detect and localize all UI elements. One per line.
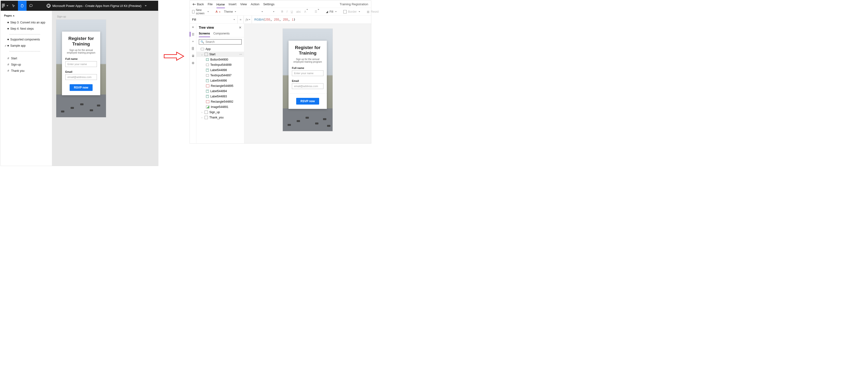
theme-icon: A: [216, 10, 218, 13]
page-sample-app[interactable]: Sample app: [3, 42, 50, 49]
screen-icon: [205, 116, 208, 119]
frame-label[interactable]: Sign-up: [57, 15, 154, 18]
fx-button[interactable]: ƒx: [244, 16, 252, 24]
label-icon: [206, 95, 209, 98]
tree-search[interactable]: 🔍: [199, 39, 242, 44]
fullname-input[interactable]: Enter your name: [292, 70, 323, 76]
menu-file[interactable]: File: [208, 2, 213, 6]
tree-item[interactable]: Rectangle544895: [196, 83, 244, 89]
fill-icon: ◢: [326, 10, 328, 13]
pa-ribbon: New screen Aa Theme B I U abc A ☰ ◢Fill …: [190, 8, 371, 16]
rsvp-button[interactable]: RSVP now: [296, 98, 319, 104]
fill-button[interactable]: ◢Fill: [326, 10, 336, 13]
property-dropdown[interactable]: Fill: [190, 16, 238, 24]
back-button[interactable]: Back: [193, 2, 204, 6]
font-dropdown[interactable]: [243, 11, 263, 12]
theme-button[interactable]: Aa Theme: [216, 10, 236, 13]
new-screen-button[interactable]: New screen: [192, 8, 209, 15]
border-button[interactable]: Border: [343, 10, 360, 13]
rsvp-button[interactable]: RSVP now: [70, 84, 93, 91]
font-color-button[interactable]: A: [304, 10, 308, 13]
figma-pages-panel: Pages Step 3: Convert into an app Step 4…: [1, 11, 52, 166]
underline-button[interactable]: U: [291, 10, 293, 13]
label-icon: [206, 90, 209, 93]
tree-item[interactable]: Label544893: [196, 94, 244, 99]
strike-button[interactable]: abc: [296, 10, 301, 13]
form-subtitle: Sign up for the annual employee training…: [292, 58, 323, 63]
chevron-down-icon: [6, 5, 8, 6]
italic-button[interactable]: I: [286, 10, 287, 13]
email-input[interactable]: email@address.com: [292, 83, 323, 89]
tree-item[interactable]: Image544891: [196, 104, 244, 110]
menu-action[interactable]: Action: [251, 2, 259, 6]
page-supported[interactable]: Supported components: [3, 36, 50, 42]
menu-view[interactable]: View: [240, 2, 247, 6]
screen-icon: [205, 111, 208, 114]
form-subtitle: Sign up for the annual employee training…: [65, 49, 97, 54]
media-icon[interactable]: 🖥: [191, 54, 195, 58]
insert-icon[interactable]: ＋: [191, 39, 195, 43]
page-step4[interactable]: Step 4: Next steps: [3, 26, 50, 32]
frame-signup[interactable]: #Sign-up: [3, 61, 50, 68]
tree-screen-start[interactable]: ⌄Start⋯: [196, 52, 244, 57]
tree-item[interactable]: TextInput544897: [196, 73, 244, 78]
formula-input[interactable]: RGBA(255, 255, 255, 1): [252, 16, 371, 24]
email-input[interactable]: email@address.com: [65, 74, 97, 80]
bold-button[interactable]: B: [281, 10, 283, 13]
rectangle-icon: [206, 100, 209, 103]
fullname-label: Full name: [292, 66, 323, 69]
font-size[interactable]: [266, 11, 274, 12]
figma-canvas[interactable]: Sign-up Register forTraining Sign up for…: [52, 11, 158, 166]
pa-canvas[interactable]: Register forTraining Sign up for the ann…: [244, 24, 371, 143]
signup-frame[interactable]: Register forTraining Sign up for the ann…: [56, 19, 106, 118]
figma-menu-button[interactable]: [1, 1, 9, 11]
tab-screens[interactable]: Screens: [199, 30, 210, 37]
rectangle-icon: [206, 85, 209, 87]
page-step3[interactable]: Step 3: Convert into an app: [3, 19, 50, 26]
tree-item[interactable]: Label544898: [196, 67, 244, 73]
more-icon[interactable]: ⋯: [239, 53, 242, 56]
hand-tool[interactable]: [18, 1, 27, 11]
tree-screen-thankyou[interactable]: ›Thank_you: [196, 115, 244, 120]
svg-point-2: [2, 5, 3, 6]
tree-item[interactable]: Label544896: [196, 78, 244, 83]
menu-home[interactable]: Home: [217, 3, 225, 8]
close-icon[interactable]: ✕: [239, 26, 242, 29]
form-title: Register forTraining: [65, 36, 97, 47]
align-button[interactable]: ☰: [315, 10, 319, 13]
chevron-down-icon: [145, 5, 147, 6]
pages-header[interactable]: Pages: [3, 13, 50, 19]
tree-screen-signup[interactable]: ›Sign_up: [196, 110, 244, 115]
tree-item[interactable]: TextInput544899: [196, 62, 244, 67]
data-icon[interactable]: 🗄: [191, 47, 195, 51]
tree-item[interactable]: Label544894: [196, 89, 244, 94]
reorder-button[interactable]: ▦Reord: [367, 10, 379, 13]
tree-app[interactable]: App: [196, 47, 244, 52]
comment-tool[interactable]: [27, 1, 35, 11]
road-image: [283, 109, 333, 131]
email-label: Email: [65, 70, 97, 73]
start-screen[interactable]: Register forTraining Sign up for the ann…: [283, 28, 333, 131]
frame-icon: #: [7, 63, 9, 66]
figma-file-title[interactable]: Microsoft Power Apps - Create Apps from …: [35, 4, 158, 8]
move-tool[interactable]: [9, 1, 18, 11]
chevron-down-icon: ⌄: [201, 53, 203, 56]
fullname-input[interactable]: Enter your name: [65, 61, 97, 67]
tree-view-title: Tree view: [199, 26, 214, 29]
hamburger-icon[interactable]: ≡: [191, 25, 195, 29]
tree-item[interactable]: Button544900: [196, 57, 244, 62]
frame-thankyou[interactable]: #Thank you: [3, 68, 50, 74]
frame-start[interactable]: #Start: [3, 55, 50, 61]
figma-toolbar: Microsoft Power Apps - Create Apps from …: [1, 1, 158, 11]
tree-item[interactable]: Rectangle544892: [196, 99, 244, 104]
search-input[interactable]: [206, 40, 241, 43]
powerapps-window: Back File Home Insert View Action Settin…: [189, 0, 371, 144]
tree-view-icon[interactable]: ☰: [191, 32, 195, 36]
app-name: Training Registration: [340, 2, 368, 6]
menu-settings[interactable]: Settings: [263, 2, 274, 6]
page-divider: ------------------------------: [3, 32, 50, 36]
menu-insert[interactable]: Insert: [229, 2, 237, 6]
tools-icon[interactable]: ⚙: [191, 61, 195, 65]
email-label: Email: [292, 80, 323, 82]
tab-components[interactable]: Components: [213, 30, 230, 37]
